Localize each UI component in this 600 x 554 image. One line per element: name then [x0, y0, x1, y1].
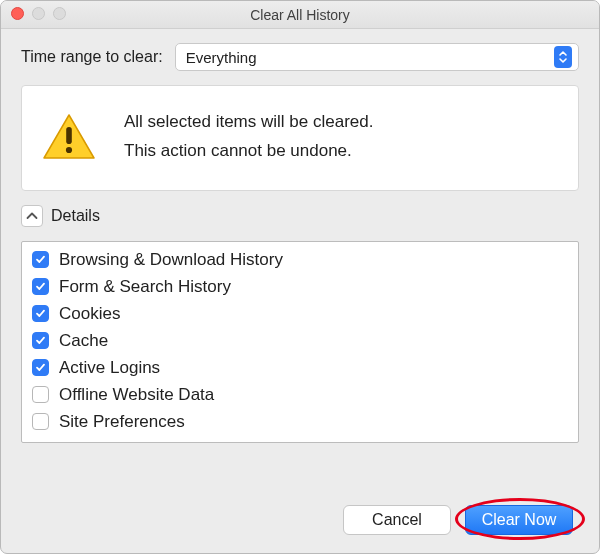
time-range-label: Time range to clear: — [21, 48, 163, 66]
check-icon — [35, 335, 46, 346]
checkbox[interactable] — [32, 278, 49, 295]
button-row: Cancel Clear Now — [21, 505, 579, 535]
dialog-content: Time range to clear: Everything All sele… — [1, 29, 599, 553]
list-item-label: Active Logins — [59, 358, 160, 378]
list-item-label: Browsing & Download History — [59, 250, 283, 270]
window-controls — [11, 7, 66, 20]
warning-panel: All selected items will be cleared. This… — [21, 85, 579, 191]
warning-text: All selected items will be cleared. This… — [124, 108, 373, 166]
warning-line-2: This action cannot be undone. — [124, 137, 373, 166]
warning-icon — [42, 113, 96, 161]
disclosure-button[interactable] — [21, 205, 43, 227]
clear-now-wrapper: Clear Now — [465, 505, 573, 535]
chevron-up-icon — [26, 212, 38, 220]
zoom-icon — [53, 7, 66, 20]
list-item-label: Cache — [59, 331, 108, 351]
clear-now-button[interactable]: Clear Now — [465, 505, 573, 535]
minimize-icon — [32, 7, 45, 20]
check-icon — [35, 308, 46, 319]
checkbox[interactable] — [32, 413, 49, 430]
details-label: Details — [51, 207, 100, 225]
window-title: Clear All History — [250, 7, 350, 23]
list-item-label: Site Preferences — [59, 412, 185, 432]
time-range-value: Everything — [186, 49, 257, 66]
details-list: Browsing & Download HistoryForm & Search… — [21, 241, 579, 443]
check-icon — [35, 362, 46, 373]
svg-point-1 — [66, 147, 72, 153]
dialog-window: Clear All History Time range to clear: E… — [0, 0, 600, 554]
list-item[interactable]: Offline Website Data — [32, 385, 568, 405]
checkbox[interactable] — [32, 332, 49, 349]
checkbox[interactable] — [32, 305, 49, 322]
checkbox[interactable] — [32, 359, 49, 376]
titlebar: Clear All History — [1, 1, 599, 29]
list-item-label: Form & Search History — [59, 277, 231, 297]
list-item[interactable]: Active Logins — [32, 358, 568, 378]
select-arrows-icon — [554, 46, 572, 68]
list-item[interactable]: Cache — [32, 331, 568, 351]
check-icon — [35, 281, 46, 292]
checkbox[interactable] — [32, 386, 49, 403]
svg-rect-0 — [66, 127, 72, 144]
list-item[interactable]: Site Preferences — [32, 412, 568, 432]
list-item[interactable]: Form & Search History — [32, 277, 568, 297]
cancel-button[interactable]: Cancel — [343, 505, 451, 535]
checkbox[interactable] — [32, 251, 49, 268]
time-range-row: Time range to clear: Everything — [21, 43, 579, 71]
list-item-label: Offline Website Data — [59, 385, 214, 405]
list-item[interactable]: Cookies — [32, 304, 568, 324]
list-item-label: Cookies — [59, 304, 120, 324]
close-icon[interactable] — [11, 7, 24, 20]
details-header[interactable]: Details — [21, 205, 579, 227]
time-range-select[interactable]: Everything — [175, 43, 579, 71]
warning-line-1: All selected items will be cleared. — [124, 108, 373, 137]
check-icon — [35, 254, 46, 265]
list-item[interactable]: Browsing & Download History — [32, 250, 568, 270]
